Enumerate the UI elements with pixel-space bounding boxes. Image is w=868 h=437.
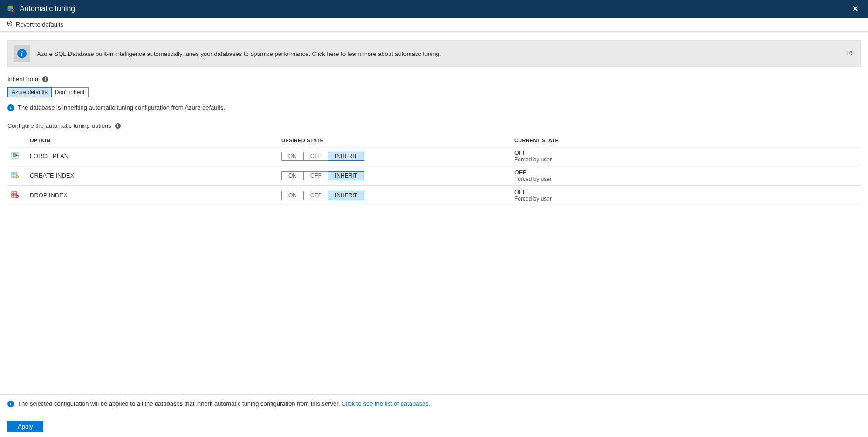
toolbar: Revert to defaults — [0, 18, 868, 32]
inherit-option-azure-defaults[interactable]: Azure defaults — [7, 87, 52, 97]
inherit-from-label-row: Inherit from: i — [7, 76, 861, 83]
option-name: CREATE INDEX — [26, 166, 278, 186]
option-name: FORCE PLAN — [26, 146, 278, 166]
blade-title: Automatic tuning — [20, 5, 848, 13]
current-state-source: Forced by user — [514, 176, 857, 182]
option-icon — [11, 191, 19, 198]
state-inherit[interactable]: INHERIT — [328, 171, 364, 180]
col-current-header: CURRENT STATE — [511, 135, 861, 146]
state-off[interactable]: OFF — [304, 172, 328, 180]
desired-state-group: ONOFFINHERIT — [281, 191, 364, 200]
info-banner-text: Azure SQL Database built-in intelligence… — [37, 50, 844, 57]
state-inherit[interactable]: INHERIT — [328, 191, 364, 200]
inherit-info-text: The database is inheriting automatic tun… — [18, 104, 225, 111]
configure-label-text: Configure the automatic tuning options — [7, 122, 111, 129]
option-icon — [11, 171, 19, 179]
state-off[interactable]: OFF — [304, 191, 328, 200]
svg-point-1 — [8, 6, 13, 8]
help-icon[interactable]: i — [42, 76, 48, 82]
blade-header: Automatic tuning ✕ — [0, 0, 868, 18]
state-on[interactable]: ON — [282, 152, 304, 160]
table-row: CREATE INDEXONOFFINHERITOFFForced by use… — [7, 166, 861, 186]
inherit-option-dont-inherit[interactable]: Don't inherit — [51, 88, 89, 97]
current-state-value: OFF — [514, 188, 857, 195]
revert-defaults-button[interactable]: Revert to defaults — [7, 21, 63, 28]
col-icon-header — [7, 135, 26, 146]
state-on[interactable]: ON — [282, 172, 304, 180]
option-icon — [11, 152, 19, 159]
close-button[interactable]: ✕ — [848, 2, 862, 16]
svg-rect-6 — [13, 153, 14, 157]
revert-defaults-label: Revert to defaults — [16, 21, 63, 28]
current-state: OFFForced by user — [511, 146, 861, 166]
svg-rect-7 — [14, 153, 16, 157]
help-icon[interactable]: i — [115, 123, 121, 129]
option-name: DROP INDEX — [26, 186, 278, 205]
info-banner[interactable]: i Azure SQL Database built-in intelligen… — [7, 40, 861, 67]
current-state-source: Forced by user — [514, 195, 857, 202]
inherit-info-row: i The database is inheriting automatic t… — [7, 104, 861, 111]
current-state-value: OFF — [514, 169, 857, 176]
col-option-header: OPTION — [26, 135, 278, 146]
state-on[interactable]: ON — [282, 191, 304, 200]
current-state: OFFForced by user — [511, 186, 861, 205]
state-inherit[interactable]: INHERIT — [328, 152, 364, 161]
content-area: i Azure SQL Database built-in intelligen… — [0, 32, 868, 271]
info-icon: i — [14, 45, 30, 62]
current-state: OFFForced by user — [511, 166, 861, 186]
current-state-value: OFF — [514, 149, 857, 156]
col-desired-header: DESIRED STATE — [278, 135, 511, 146]
desired-state-group: ONOFFINHERIT — [281, 152, 364, 161]
inherit-toggle-group: Azure defaults Don't inherit — [7, 87, 89, 97]
svg-marker-8 — [16, 154, 18, 156]
configure-section-label: Configure the automatic tuning options i — [7, 122, 861, 129]
desired-state-group: ONOFFINHERIT — [281, 171, 364, 180]
inherit-from-label: Inherit from: — [7, 76, 40, 83]
external-link-icon[interactable] — [844, 48, 854, 60]
current-state-source: Forced by user — [514, 156, 857, 163]
database-icon — [6, 4, 15, 14]
info-icon: i — [7, 104, 14, 111]
state-off[interactable]: OFF — [304, 152, 328, 160]
svg-text:i: i — [21, 50, 23, 57]
table-row: FORCE PLANONOFFINHERITOFFForced by user — [7, 146, 861, 166]
table-row: DROP INDEXONOFFINHERITOFFForced by user — [7, 186, 861, 205]
tuning-options-table: OPTION DESIRED STATE CURRENT STATE FORCE… — [7, 135, 861, 205]
undo-icon — [7, 21, 13, 28]
